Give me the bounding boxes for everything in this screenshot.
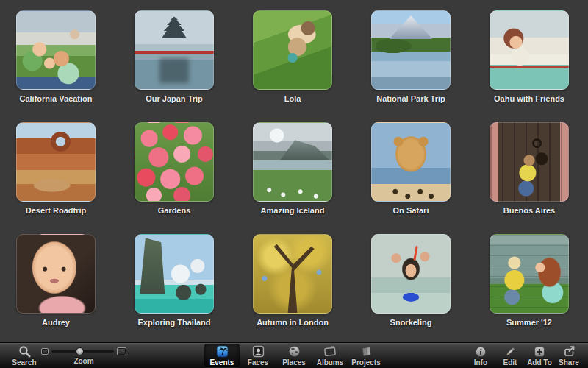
event-desert-roadtrip[interactable]: Desert Roadtrip — [16, 122, 96, 234]
zoom-control: Zoom — [41, 343, 126, 368]
event-photo[interactable] — [135, 10, 214, 90]
event-title[interactable]: National Park Trip — [376, 94, 445, 104]
action-buttons: Info Edit — [466, 343, 584, 368]
tab-places-label: Places — [282, 358, 306, 367]
event-photo[interactable] — [253, 122, 332, 202]
view-switcher: Events Faces — [204, 343, 384, 368]
info-icon — [475, 345, 487, 358]
event-title[interactable]: Buenos Aires — [503, 206, 556, 216]
event-on-safari[interactable]: On Safari — [371, 122, 451, 234]
small-photo-icon — [41, 348, 49, 355]
event-title[interactable]: Exploring Thailand — [137, 318, 210, 328]
edit-label: Edit — [503, 358, 517, 367]
event-photo[interactable] — [490, 122, 569, 202]
event-photo[interactable] — [135, 234, 214, 314]
info-label: Info — [474, 358, 487, 367]
event-audrey[interactable]: Audrey — [16, 234, 96, 346]
event-title[interactable]: Snorkeling — [390, 318, 432, 328]
tab-projects-label: Projects — [351, 358, 380, 367]
event-title[interactable]: Audrey — [42, 318, 70, 328]
zoom-slider[interactable] — [51, 347, 114, 355]
add-icon — [534, 345, 545, 358]
event-title[interactable]: Our Japan Trip — [146, 94, 203, 104]
tab-events[interactable]: Events — [204, 344, 240, 367]
event-photo[interactable] — [16, 234, 96, 314]
toolbar: Search Zoom — [0, 342, 588, 368]
event-photo[interactable] — [135, 122, 214, 202]
large-photo-icon — [117, 347, 126, 355]
event-photo[interactable] — [371, 122, 451, 202]
pencil-icon — [504, 345, 516, 358]
tab-events-label: Events — [210, 358, 234, 367]
event-photo[interactable] — [16, 10, 96, 90]
event-california-vacation[interactable]: California Vacation — [16, 10, 96, 122]
tab-faces-label: Faces — [248, 358, 268, 367]
event-title[interactable]: Autumn in London — [257, 318, 329, 328]
tab-albums-label: Albums — [317, 358, 344, 367]
search-icon — [18, 345, 31, 358]
event-national-park-trip[interactable]: National Park Trip — [371, 10, 451, 122]
event-title[interactable]: California Vacation — [19, 94, 92, 104]
event-snorkeling[interactable]: Snorkeling — [371, 234, 451, 346]
event-oahu-with-friends[interactable]: Oahu with Friends — [490, 10, 569, 122]
zoom-label: Zoom — [74, 357, 93, 365]
search-label: Search — [12, 358, 36, 367]
edit-button[interactable]: Edit — [495, 343, 525, 368]
info-button[interactable]: Info — [466, 343, 495, 368]
event-photo[interactable] — [371, 10, 451, 90]
person-portrait-icon — [252, 345, 265, 358]
search-button[interactable]: Search — [7, 343, 41, 368]
tab-faces[interactable]: Faces — [240, 343, 276, 368]
palm-tree-icon — [216, 345, 229, 358]
event-title[interactable]: Summer '12 — [506, 318, 552, 328]
share-button[interactable]: Share — [554, 343, 584, 368]
event-title[interactable]: Amazing Iceland — [261, 206, 325, 216]
event-photo[interactable] — [490, 10, 569, 90]
events-grid: California Vacation Our Japan Trip Lola … — [0, 0, 588, 342]
event-photo[interactable] — [253, 10, 332, 90]
event-buenos-aires[interactable]: Buenos Aires — [490, 122, 569, 234]
iphoto-window: California Vacation Our Japan Trip Lola … — [0, 0, 588, 368]
event-title[interactable]: Desert Roadtrip — [26, 206, 87, 216]
add-to-button[interactable]: Add To — [525, 343, 554, 368]
zoom-slider-knob[interactable] — [76, 347, 84, 355]
tab-projects[interactable]: Projects — [348, 343, 384, 368]
share-label: Share — [559, 358, 579, 367]
book-icon — [360, 345, 373, 358]
tab-places[interactable]: Places — [276, 343, 312, 368]
event-photo[interactable] — [253, 234, 332, 314]
event-lola[interactable]: Lola — [253, 10, 332, 122]
photo-frame-icon — [323, 345, 337, 358]
event-photo[interactable] — [490, 234, 569, 314]
event-autumn-in-london[interactable]: Autumn in London — [253, 234, 332, 346]
event-gardens[interactable]: Gardens — [135, 122, 214, 234]
event-title[interactable]: On Safari — [393, 206, 429, 216]
tab-albums[interactable]: Albums — [312, 343, 348, 368]
globe-icon — [288, 345, 301, 358]
event-summer-12[interactable]: Summer '12 — [490, 234, 569, 346]
add-to-label: Add To — [527, 358, 552, 367]
share-icon — [563, 345, 576, 358]
event-title[interactable]: Lola — [284, 94, 301, 104]
event-title[interactable]: Oahu with Friends — [494, 94, 564, 104]
event-photo[interactable] — [371, 234, 451, 314]
event-amazing-iceland[interactable]: Amazing Iceland — [253, 122, 332, 234]
event-our-japan-trip[interactable]: Our Japan Trip — [135, 10, 214, 122]
event-photo[interactable] — [16, 122, 96, 202]
event-exploring-thailand[interactable]: Exploring Thailand — [135, 234, 214, 346]
event-title[interactable]: Gardens — [158, 206, 191, 216]
